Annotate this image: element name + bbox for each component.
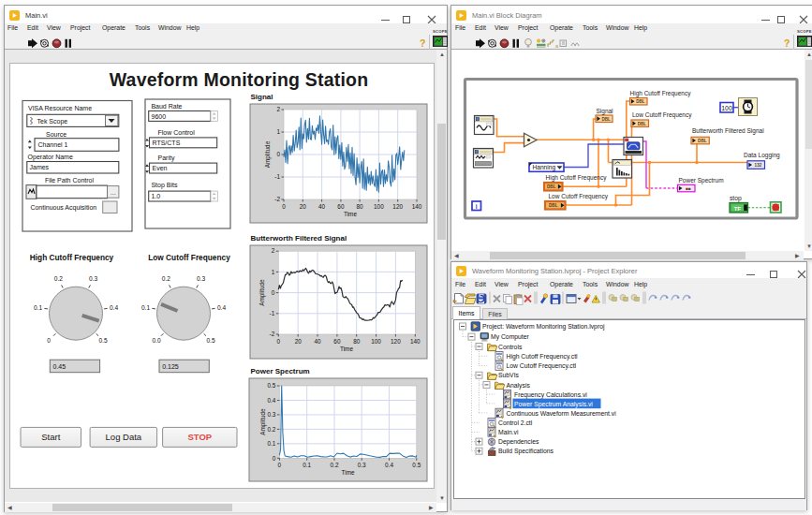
svg-text:60: 60 (337, 203, 345, 210)
svg-text:Low Cutoff Frequency: Low Cutoff Frequency (148, 253, 230, 262)
svg-text:0.2: 0.2 (268, 426, 276, 433)
svg-text:STOP: STOP (187, 432, 212, 442)
svg-text:Tek Scope: Tek Scope (37, 118, 68, 125)
svg-text:0.3: 0.3 (197, 275, 205, 282)
svg-text:Parity: Parity (158, 154, 175, 162)
svg-text:60: 60 (333, 338, 341, 345)
svg-text:James: James (30, 164, 50, 170)
svg-text:2: 2 (276, 106, 280, 112)
svg-text:0.0: 0.0 (152, 337, 160, 344)
svg-text:0.1: 0.1 (141, 304, 150, 311)
svg-text:Main.vi: Main.vi (498, 429, 519, 435)
svg-text:High Cutoff Frequency: High Cutoff Frequency (630, 90, 692, 97)
svg-text:Even: Even (153, 165, 168, 171)
svg-text:Power Spectrum: Power Spectrum (251, 367, 310, 375)
svg-text:1: 1 (272, 269, 275, 275)
svg-text:Butterworth Filtered Signal: Butterworth Filtered Signal (251, 234, 347, 243)
svg-text:DBL: DBL (638, 122, 647, 126)
svg-text:120: 120 (392, 203, 403, 210)
svg-text:80: 80 (357, 203, 364, 210)
svg-text:Time: Time (342, 469, 355, 476)
svg-text:Flow Control: Flow Control (158, 129, 196, 136)
svg-text:stop: stop (730, 195, 742, 202)
svg-text:Butterworth Filtered Signal: Butterworth Filtered Signal (692, 127, 764, 135)
svg-text:Low Cutoff Frequency.ctl: Low Cutoff Frequency.ctl (507, 362, 577, 370)
svg-text:0.4: 0.4 (385, 462, 393, 468)
svg-text:Low Cutoff Frequency: Low Cutoff Frequency (549, 193, 609, 200)
svg-text:100: 100 (374, 203, 384, 210)
svg-text:-1: -1 (270, 310, 275, 316)
svg-text:SubVIs: SubVIs (498, 372, 520, 378)
svg-text:Hanning: Hanning (533, 164, 556, 171)
svg-text:0.125: 0.125 (162, 363, 179, 370)
svg-text:40: 40 (318, 203, 326, 210)
svg-text:Source: Source (46, 131, 66, 138)
svg-text:Project: Waveform Monitoring S: Project: Waveform Monitoring Station.lvp… (482, 323, 605, 331)
svg-text:Amplitude: Amplitude (264, 140, 272, 168)
svg-text:Low Cutoff Frequency: Low Cutoff Frequency (632, 111, 692, 119)
svg-text:Start: Start (41, 432, 60, 442)
svg-text:0.3: 0.3 (358, 462, 366, 468)
svg-text:0.5: 0.5 (268, 382, 276, 389)
svg-text:0.45: 0.45 (53, 363, 66, 370)
svg-text:1.0: 1.0 (152, 193, 161, 199)
svg-text:20: 20 (300, 203, 307, 210)
svg-text:Power Spectrum Analysis.vi: Power Spectrum Analysis.vi (514, 401, 593, 408)
svg-text:TF: TF (734, 206, 742, 212)
svg-text:Signal: Signal (597, 108, 614, 115)
svg-text:-1: -1 (274, 173, 280, 180)
svg-text:0.2: 0.2 (162, 275, 170, 282)
svg-text:My Computer: My Computer (491, 333, 530, 341)
svg-text:Dependencies: Dependencies (498, 438, 539, 446)
svg-text:0.5: 0.5 (206, 337, 214, 344)
svg-text:-2: -2 (274, 196, 280, 202)
svg-text:Data Logging: Data Logging (744, 152, 780, 159)
svg-text:9600: 9600 (152, 113, 167, 120)
svg-text:High Cutoff Frequency.ctl: High Cutoff Frequency.ctl (507, 353, 579, 360)
svg-text:0.1: 0.1 (268, 440, 276, 447)
svg-text:20: 20 (295, 338, 303, 345)
svg-text:0: 0 (47, 337, 51, 344)
svg-text:100: 100 (371, 338, 381, 345)
svg-text:0.4: 0.4 (217, 304, 226, 311)
svg-text:VISA Resource Name: VISA Resource Name (28, 105, 92, 111)
svg-text:0.4: 0.4 (110, 304, 118, 311)
svg-text:100: 100 (721, 105, 732, 111)
svg-text:132: 132 (755, 163, 762, 168)
svg-text:1: 1 (276, 128, 280, 135)
svg-text:Build Specifications: Build Specifications (498, 448, 554, 455)
svg-text:DBL: DBL (636, 99, 645, 104)
svg-text:Frequency Calculations.vi: Frequency Calculations.vi (514, 391, 587, 399)
svg-text:Power Spectrum: Power Spectrum (679, 177, 724, 184)
svg-text:DBL: DBL (549, 203, 558, 208)
svg-text:DBL: DBL (698, 139, 707, 143)
svg-text:Waveform Monitoring Station: Waveform Monitoring Station (110, 69, 369, 90)
svg-text:Baud Rate: Baud Rate (151, 103, 182, 110)
svg-text:0.1: 0.1 (303, 462, 311, 468)
svg-text:0: 0 (277, 338, 281, 345)
svg-text:File Path Control: File Path Control (45, 177, 95, 184)
svg-text:0: 0 (278, 462, 282, 468)
svg-text:Time: Time (344, 211, 357, 217)
svg-text:High Cutoff Frequency: High Cutoff Frequency (546, 174, 608, 182)
svg-text:0.2: 0.2 (331, 462, 339, 468)
svg-text:0: 0 (272, 289, 275, 296)
svg-text:Log Data: Log Data (106, 432, 142, 442)
svg-text:0.5: 0.5 (412, 462, 421, 468)
svg-text:0.2: 0.2 (54, 275, 63, 282)
svg-text:Stop Bits: Stop Bits (151, 182, 178, 189)
svg-text:0: 0 (282, 203, 286, 210)
svg-text:40: 40 (314, 338, 321, 345)
svg-text:...: ... (111, 189, 116, 196)
svg-text:Amplitude: Amplitude (258, 279, 266, 306)
svg-text:Continuous Waveform Measuremen: Continuous Waveform Measurement.vi (507, 410, 617, 417)
svg-text:140: 140 (410, 338, 421, 345)
svg-text:Analysis: Analysis (507, 382, 531, 390)
svg-text:Channel 1: Channel 1 (38, 141, 68, 148)
svg-text:80: 80 (353, 338, 361, 345)
svg-text:DBL: DBL (547, 184, 556, 189)
svg-text:Signal: Signal (251, 93, 273, 101)
svg-text:■■: ■■ (686, 186, 691, 191)
svg-text:Amplitude: Amplitude (259, 408, 267, 435)
svg-text:Controls: Controls (498, 344, 523, 350)
